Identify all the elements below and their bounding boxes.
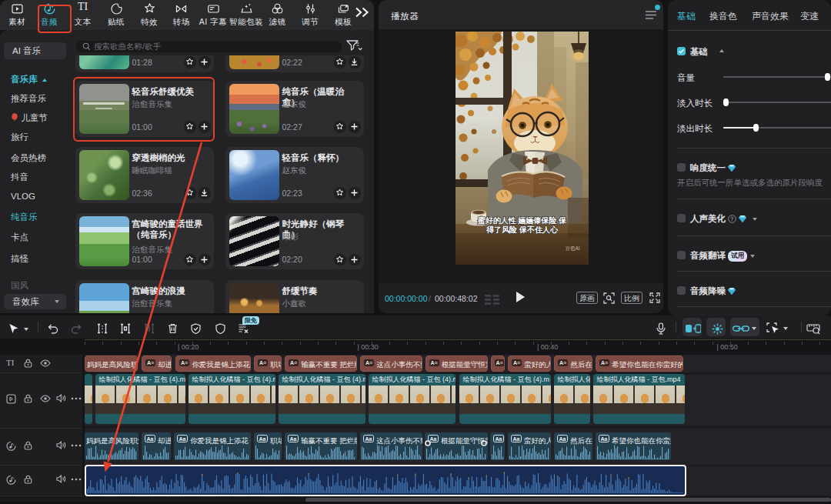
svg-text:?: ? <box>731 216 734 222</box>
svg-text:豆包AI: 豆包AI <box>565 245 579 251</box>
svg-text:得了风险 保不住人心: 得了风险 保不住人心 <box>486 225 559 234</box>
svg-text:蜜好的人性 婳婳傣保险 保: 蜜好的人性 婳婳傣保险 保 <box>476 216 566 225</box>
